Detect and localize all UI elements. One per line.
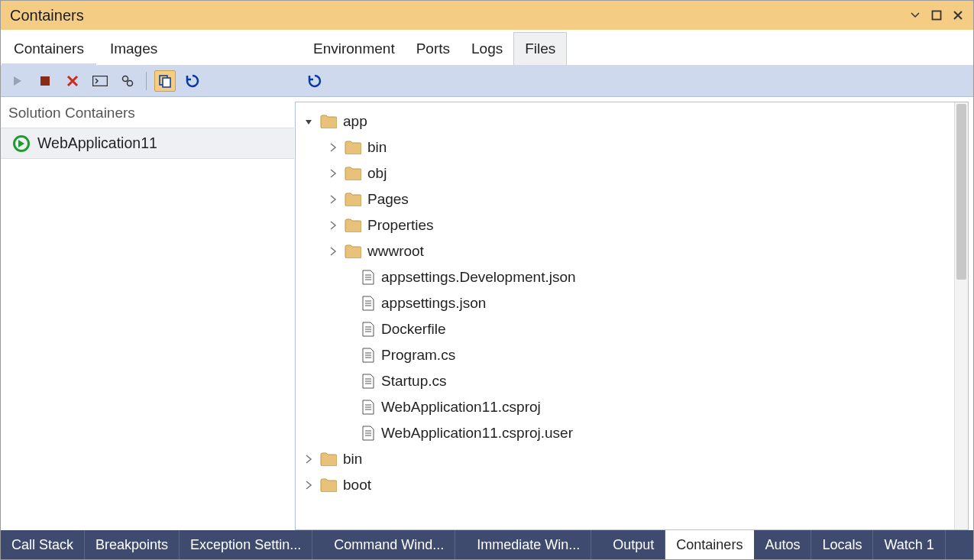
tree-label: app	[343, 113, 367, 130]
toolbar-separator	[146, 72, 147, 90]
tree-label: Properties	[367, 217, 434, 234]
tree-folder[interactable]: boot	[299, 472, 968, 498]
tree-label: Startup.cs	[381, 373, 447, 390]
btab-autos[interactable]: Autos	[754, 530, 811, 559]
tree-label: appsettings.Development.json	[381, 269, 576, 286]
container-item[interactable]: WebApplication11	[1, 128, 294, 159]
tree-label: appsettings.json	[381, 295, 486, 312]
svg-rect-6	[163, 78, 170, 87]
chevron-right-icon[interactable]	[303, 481, 314, 490]
svg-point-3	[123, 76, 128, 81]
stop-button[interactable]	[34, 70, 56, 92]
chevron-right-icon[interactable]	[303, 455, 314, 464]
tree-file[interactable]: • appsettings.json	[299, 290, 968, 316]
containers-list-pane: Solution Containers WebApplication11	[1, 97, 295, 530]
file-icon	[361, 296, 375, 311]
close-icon[interactable]	[952, 9, 964, 21]
tree-label: bin	[367, 139, 387, 156]
tree-label: bin	[343, 451, 362, 468]
tree-label: WebApplication11.csproj.user	[381, 425, 573, 442]
refresh-button[interactable]	[182, 70, 203, 92]
chevron-right-icon[interactable]	[328, 169, 338, 178]
container-name: WebApplication11	[37, 134, 157, 152]
file-icon	[361, 374, 375, 389]
tree-folder[interactable]: Pages	[299, 186, 968, 212]
tree-file[interactable]: • WebApplication11.csproj.user	[299, 420, 968, 446]
btab-locals[interactable]: Locals	[811, 530, 873, 559]
btab-watch-1[interactable]: Watch 1	[873, 530, 945, 559]
folder-icon	[345, 244, 361, 258]
scrollbar-thumb[interactable]	[956, 104, 966, 280]
tab-environment[interactable]: Environment	[303, 33, 406, 65]
file-icon	[361, 270, 375, 285]
chevron-right-icon[interactable]	[328, 247, 338, 256]
files-tree[interactable]: app bin obj Pages	[296, 102, 968, 504]
svg-rect-2	[93, 76, 108, 86]
window-title: Containers	[10, 7, 909, 24]
svg-rect-0	[933, 11, 941, 20]
maximize-icon[interactable]	[930, 9, 943, 21]
file-icon	[361, 400, 375, 415]
tree-label: Program.cs	[381, 347, 455, 364]
start-button[interactable]	[7, 70, 28, 92]
svg-rect-1	[40, 76, 50, 86]
vertical-scrollbar[interactable]	[954, 102, 968, 529]
btab-command-window[interactable]: Command Wind...	[323, 530, 455, 559]
tab-logs[interactable]: Logs	[461, 33, 513, 65]
btab-breakpoints[interactable]: Breakpoints	[85, 530, 180, 559]
file-icon	[361, 348, 375, 363]
window-menu-dropdown-icon[interactable]	[909, 9, 921, 21]
tree-folder[interactable]: wwwroot	[299, 238, 968, 264]
tree-file[interactable]: • appsettings.Development.json	[299, 264, 968, 290]
title-bar: Containers	[1, 1, 973, 30]
tree-file[interactable]: • Dockerfile	[299, 316, 968, 342]
left-toolbar	[1, 65, 295, 97]
folder-icon	[320, 452, 337, 466]
tree-folder[interactable]: bin	[299, 446, 968, 472]
folder-icon	[345, 141, 361, 154]
tab-containers[interactable]: Containers	[1, 31, 97, 66]
tree-label: boot	[343, 477, 371, 494]
tree-file[interactable]: • WebApplication11.csproj	[299, 394, 968, 420]
chevron-right-icon[interactable]	[328, 195, 338, 204]
file-icon	[361, 426, 375, 441]
svg-point-4	[128, 80, 133, 86]
btab-output[interactable]: Output	[602, 530, 665, 559]
attach-debugger-button[interactable]	[117, 70, 138, 92]
tree-file[interactable]: • Program.cs	[299, 342, 968, 368]
tree-folder-app[interactable]: app	[299, 108, 968, 134]
tree-label: WebApplication11.csproj	[381, 399, 541, 416]
folder-icon	[320, 115, 337, 128]
right-toolbar	[295, 65, 973, 97]
file-icon	[361, 322, 375, 337]
tree-folder[interactable]: Properties	[299, 212, 968, 238]
tree-folder[interactable]: obj	[299, 160, 968, 186]
btab-call-stack[interactable]: Call Stack	[1, 530, 85, 559]
chevron-down-icon[interactable]	[303, 117, 314, 126]
tree-label: wwwroot	[367, 243, 424, 260]
btab-immediate-window[interactable]: Immediate Win...	[466, 530, 591, 559]
folder-icon	[345, 167, 361, 180]
tree-label: Pages	[367, 191, 409, 208]
delete-button[interactable]	[62, 70, 83, 92]
files-refresh-button[interactable]	[304, 70, 325, 92]
terminal-button[interactable]	[89, 70, 111, 92]
copy-button[interactable]	[154, 70, 176, 92]
tab-images[interactable]: Images	[97, 32, 170, 66]
bottom-tool-tabs: Call Stack Breakpoints Exception Settin.…	[1, 530, 973, 559]
folder-icon	[345, 193, 361, 206]
running-icon	[13, 135, 30, 152]
tab-files[interactable]: Files	[513, 32, 567, 65]
solution-containers-heading: Solution Containers	[1, 97, 294, 128]
left-panel-tabs: Containers Images	[1, 30, 295, 65]
tree-file[interactable]: • Startup.cs	[299, 368, 968, 394]
chevron-right-icon[interactable]	[328, 143, 338, 152]
btab-exception-settings[interactable]: Exception Settin...	[180, 530, 312, 559]
tab-ports[interactable]: Ports	[406, 33, 461, 65]
tree-label: obj	[367, 165, 387, 182]
folder-icon	[320, 478, 337, 492]
folder-icon	[345, 218, 361, 232]
btab-containers[interactable]: Containers	[665, 530, 754, 559]
tree-folder[interactable]: bin	[299, 134, 968, 160]
chevron-right-icon[interactable]	[328, 221, 338, 230]
